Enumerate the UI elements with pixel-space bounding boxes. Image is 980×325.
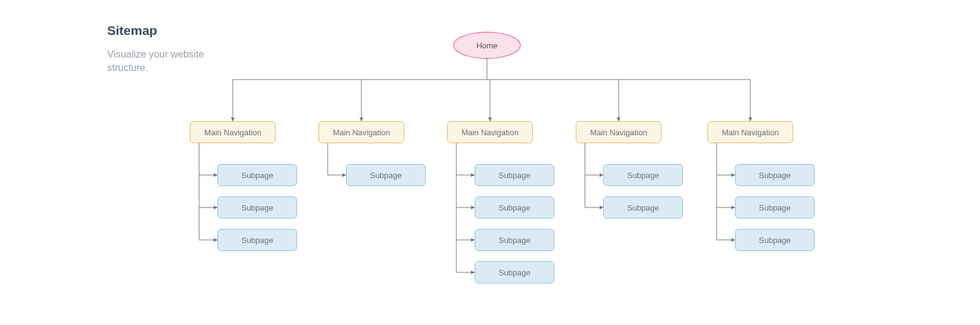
- mainnav-node-3[interactable]: Main Navigation: [576, 121, 662, 143]
- subpage-node-0-0[interactable]: Subpage: [217, 164, 297, 186]
- mainnav-node-2[interactable]: Main Navigation: [447, 121, 533, 143]
- subpage-node-2-1[interactable]: Subpage: [475, 196, 554, 219]
- mainnav-node-0[interactable]: Main Navigation: [190, 121, 276, 143]
- subpage-node-3-1[interactable]: Subpage: [603, 196, 683, 219]
- subpage-node-0-2[interactable]: Subpage: [217, 229, 297, 251]
- subpage-node-2-0[interactable]: Subpage: [475, 164, 554, 186]
- mainnav-node-4[interactable]: Main Navigation: [707, 121, 793, 143]
- home-node[interactable]: Home: [453, 32, 521, 59]
- subpage-node-1-0[interactable]: Subpage: [346, 164, 426, 186]
- subpage-node-2-3[interactable]: Subpage: [475, 261, 554, 283]
- page-title: Sitemap: [107, 23, 157, 38]
- subpage-node-4-0[interactable]: Subpage: [735, 164, 815, 186]
- subpage-node-4-2[interactable]: Subpage: [735, 229, 815, 251]
- subpage-node-2-2[interactable]: Subpage: [475, 229, 554, 251]
- page-subtitle: Visualize your website structure.: [107, 48, 211, 75]
- subpage-node-0-1[interactable]: Subpage: [217, 196, 297, 219]
- subpage-node-3-0[interactable]: Subpage: [603, 164, 683, 186]
- mainnav-node-1[interactable]: Main Navigation: [318, 121, 404, 143]
- subpage-node-4-1[interactable]: Subpage: [735, 196, 815, 219]
